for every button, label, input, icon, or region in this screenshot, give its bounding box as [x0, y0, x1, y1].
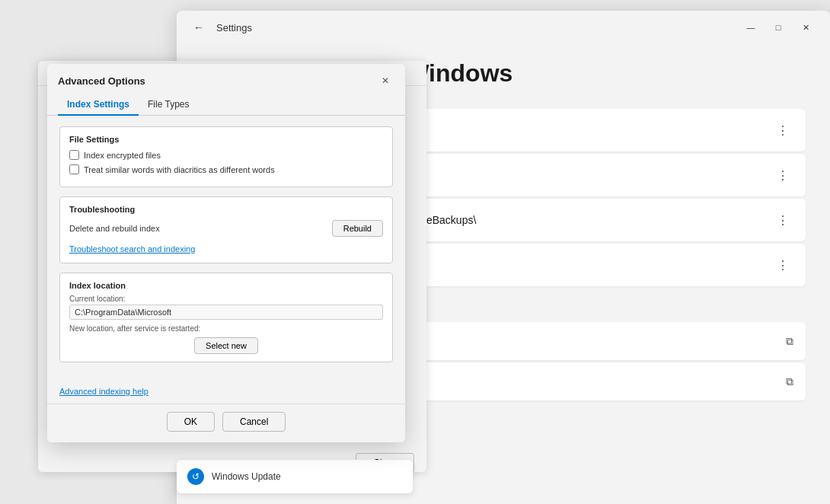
- file-settings-title: File Settings: [69, 135, 383, 144]
- tab-file-types[interactable]: File Types: [139, 94, 198, 116]
- location-menu-btn-3[interactable]: ⋮: [772, 209, 793, 231]
- dialog-tabs: Index Settings File Types: [47, 94, 405, 116]
- minimize-button[interactable]: —: [739, 17, 763, 38]
- rebuild-button[interactable]: Rebuild: [332, 220, 383, 237]
- windows-update-icon: ↺: [187, 468, 204, 485]
- dialog-titlebar: Advanced Options ✕: [47, 64, 405, 94]
- window-controls: — □ ✕: [739, 17, 818, 38]
- current-location-value: C:\ProgramData\Microsoft: [69, 305, 383, 320]
- tab-index-settings[interactable]: Index Settings: [58, 94, 139, 116]
- settings-title: Settings: [216, 22, 252, 33]
- dialog-footer: OK Cancel: [47, 404, 405, 442]
- back-icon: ←: [193, 21, 204, 33]
- back-button[interactable]: ←: [189, 18, 209, 37]
- encrypted-files-checkbox[interactable]: [69, 150, 79, 160]
- advanced-help-link[interactable]: Advanced indexing help: [59, 387, 393, 396]
- dialog-title: Advanced Options: [58, 75, 145, 87]
- select-new-button[interactable]: Select new: [194, 337, 258, 354]
- troubleshoot-section: Troubleshooting Delete and rebuild index…: [59, 196, 393, 263]
- settings-titlebar: ← Settings — □ ✕: [177, 11, 830, 44]
- advanced-dialog: Advanced Options ✕ Index Settings File T…: [47, 64, 405, 442]
- location-menu-btn-4[interactable]: ⋮: [772, 254, 793, 276]
- title-left: ← Settings: [189, 18, 252, 37]
- delete-rebuild-label: Delete and rebuild index: [69, 224, 160, 233]
- location-menu-btn-2[interactable]: ⋮: [772, 164, 793, 186]
- close-button[interactable]: ✕: [793, 17, 818, 38]
- checkbox-row-1: Index encrypted files: [69, 150, 383, 160]
- index-location-title: Index location: [69, 281, 383, 290]
- troubleshoot-link[interactable]: Troubleshoot search and indexing: [69, 244, 195, 254]
- external-link-icon-1: ⧉: [786, 335, 793, 348]
- location-menu-btn-1[interactable]: ⋮: [772, 120, 793, 141]
- external-link-icon-2: ⧉: [786, 375, 793, 388]
- windows-update-bar: ↺ Windows Update: [177, 460, 413, 493]
- select-new-container: Select new: [69, 337, 383, 354]
- current-location-label: Current location:: [69, 295, 383, 303]
- dialog-close-button[interactable]: ✕: [376, 72, 394, 90]
- file-settings-section: File Settings Index encrypted files Trea…: [59, 126, 393, 187]
- ok-button[interactable]: OK: [167, 412, 215, 432]
- diacritics-checkbox[interactable]: [69, 164, 79, 174]
- troubleshoot-row: Delete and rebuild index Rebuild: [69, 220, 383, 237]
- encrypted-files-label: Index encrypted files: [84, 151, 161, 160]
- windows-update-text: Windows Update: [212, 471, 281, 482]
- dialog-body: File Settings Index encrypted files Trea…: [47, 116, 405, 381]
- diacritics-label: Treat similar words with diacritics as d…: [84, 165, 275, 174]
- index-location-section: Index location Current location: C:\Prog…: [59, 273, 393, 362]
- new-location-label: New location, after service is restarted…: [69, 324, 383, 333]
- cancel-button[interactable]: Cancel: [222, 412, 286, 432]
- maximize-button[interactable]: □: [766, 17, 790, 38]
- checkbox-row-2: Treat similar words with diacritics as d…: [69, 164, 383, 174]
- troubleshoot-title: Troubleshooting: [69, 205, 383, 214]
